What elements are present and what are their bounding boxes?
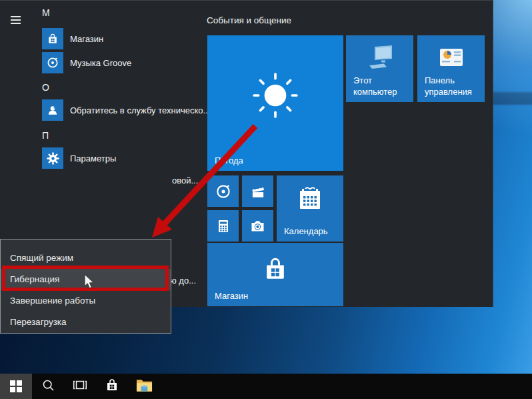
tile-weather[interactable]: Погода <box>207 35 343 171</box>
tile-movies-tv[interactable] <box>242 175 273 207</box>
menu-item-restart[interactable]: Перезагрузка <box>1 312 171 333</box>
tile-calendar[interactable]: Календарь <box>277 175 343 242</box>
app-item-groove-music[interactable]: Музыка Groove <box>42 52 215 73</box>
task-view-button[interactable] <box>64 374 96 399</box>
section-header-o[interactable]: О <box>42 82 49 93</box>
search-icon <box>41 378 55 395</box>
app-label: Параметры <box>70 153 116 163</box>
calendar-icon <box>277 175 343 223</box>
app-item-contact-support[interactable]: Обратитесь в службу техническо... <box>42 99 215 121</box>
section-header-p[interactable]: П <box>42 130 49 141</box>
hamburger-icon <box>11 16 25 24</box>
app-label: Магазин <box>70 34 103 44</box>
control-panel-icon <box>417 35 485 79</box>
menu-item-shutdown[interactable]: Завершение работы <box>1 290 171 312</box>
tile-label: Календарь <box>284 226 328 237</box>
tile-this-pc[interactable]: Этот компьютер <box>346 35 413 102</box>
task-view-icon <box>73 378 87 394</box>
camera-icon <box>242 210 273 242</box>
contact-support-icon <box>42 99 63 121</box>
app-item-store[interactable]: Магазин <box>42 28 215 49</box>
windows-logo-icon <box>10 380 22 392</box>
store-icon <box>104 377 120 396</box>
start-button[interactable] <box>0 374 32 399</box>
menu-item-hibernate[interactable]: Гибернация <box>1 269 171 290</box>
groove-music-icon <box>42 52 63 73</box>
tile-label: Панель управления <box>425 75 482 97</box>
search-button[interactable] <box>32 374 64 399</box>
computer-icon <box>346 35 413 79</box>
desktop: М Магазин Музыка Groove О Обратитесь в с… <box>0 0 532 399</box>
app-label-truncated-fragment: овой... <box>172 175 198 185</box>
tile-label: Магазин <box>215 290 248 302</box>
menu-item-sleep[interactable]: Спящий режим <box>1 248 171 269</box>
section-header-m[interactable]: М <box>42 7 50 18</box>
app-label: Обратитесь в службу техническо... <box>70 105 210 115</box>
hamburger-menu-button[interactable] <box>11 16 25 27</box>
store-icon <box>207 243 343 294</box>
tile-label: Погода <box>215 155 243 166</box>
tile-groove-music[interactable] <box>207 175 239 207</box>
tile-label: Этот компьютер <box>353 75 411 97</box>
app-label: Музыка Groove <box>70 58 131 68</box>
groove-music-icon <box>207 175 239 207</box>
calculator-icon <box>207 210 239 242</box>
sun-icon <box>207 35 343 155</box>
tile-store[interactable]: Магазин <box>207 243 343 306</box>
tile-group-title[interactable]: События и общение <box>207 15 291 25</box>
taskbar <box>0 374 532 399</box>
tile-camera[interactable] <box>242 210 273 242</box>
file-explorer-icon <box>136 378 153 395</box>
file-explorer-button[interactable] <box>128 374 160 399</box>
movies-tv-icon <box>242 175 273 207</box>
tile-calculator[interactable] <box>207 210 239 242</box>
power-options-menu: Спящий режим Гибернация Завершение работ… <box>0 239 171 334</box>
app-item-settings[interactable]: Параметры <box>42 147 215 169</box>
settings-gear-icon <box>42 147 63 169</box>
store-icon <box>42 28 63 49</box>
store-button[interactable] <box>96 374 128 399</box>
tile-control-panel[interactable]: Панель управления <box>417 35 485 102</box>
